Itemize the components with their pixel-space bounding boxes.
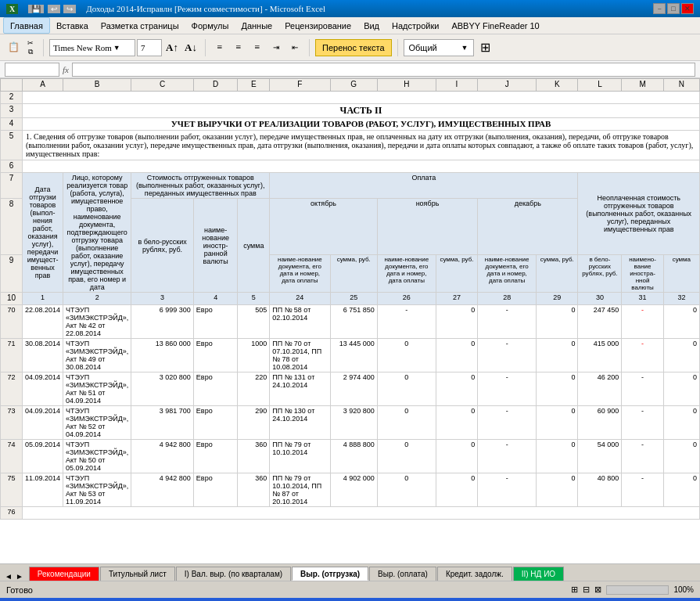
tab-val-kv[interactable]: I) Вал. выр. (по кварталам) bbox=[176, 567, 291, 581]
cell-73-dec-sum[interactable]: 0 bbox=[537, 406, 578, 440]
align-left-button[interactable]: ≡ bbox=[211, 39, 228, 56]
menu-page-layout[interactable]: Разметка страницы bbox=[95, 17, 185, 34]
conditional-format-button[interactable]: ⊞ bbox=[477, 39, 494, 56]
font-dropdown-icon[interactable]: ▼ bbox=[113, 44, 120, 52]
cell-71-oct-sum[interactable]: 13 445 000 bbox=[330, 339, 377, 372]
tab-nd-io[interactable]: II) НД ИО bbox=[513, 567, 564, 581]
cell-75-nov-doc[interactable]: 0 bbox=[377, 473, 436, 507]
cell-75-unpaid-sum[interactable]: 0 bbox=[663, 473, 699, 507]
cell-74-cur-amt[interactable]: 360 bbox=[238, 440, 270, 473]
maximize-button[interactable]: □ bbox=[667, 3, 680, 14]
cell-73-cur[interactable]: Евро bbox=[193, 406, 238, 440]
indent-button[interactable]: ⇥ bbox=[267, 39, 285, 56]
menu-addins[interactable]: Надстройки bbox=[386, 17, 445, 34]
cell-72-unpaid-sum[interactable]: 0 bbox=[663, 372, 699, 406]
quick-redo[interactable]: ↪ bbox=[63, 5, 76, 13]
increase-font-button[interactable]: A↑ bbox=[163, 39, 181, 56]
cell-70-cur-amt[interactable]: 505 bbox=[238, 305, 270, 339]
cell-5-note[interactable]: 1. Сведения об отгрузке товаров (выполне… bbox=[23, 131, 700, 160]
tab-title[interactable]: Титульный лист bbox=[100, 567, 175, 581]
cell-70-dec-sum[interactable]: 0 bbox=[537, 305, 578, 339]
cell-74-byr[interactable]: 4 942 800 bbox=[131, 440, 194, 473]
cell-73-dec-doc[interactable]: - bbox=[478, 406, 537, 440]
cell-72-dec-doc[interactable]: - bbox=[478, 372, 537, 406]
cell-74-oct-sum[interactable]: 4 888 800 bbox=[330, 440, 377, 473]
cell-75-byr[interactable]: 4 942 800 bbox=[131, 473, 194, 507]
view-break-icon[interactable]: ⊠ bbox=[594, 585, 601, 595]
cell-74-dec-sum[interactable]: 0 bbox=[537, 440, 578, 473]
decrease-font-button[interactable]: A↓ bbox=[182, 39, 199, 56]
font-name-box[interactable]: Times New Rom ▼ bbox=[49, 39, 135, 56]
cell-75-unpaid-cur[interactable]: - bbox=[622, 473, 663, 507]
cell-74-unpaid-cur[interactable]: - bbox=[622, 440, 663, 473]
col-l-header[interactable]: L bbox=[578, 79, 622, 92]
cell-75-cur-amt[interactable]: 360 bbox=[238, 473, 270, 507]
col-g-header[interactable]: G bbox=[330, 79, 377, 92]
quick-undo[interactable]: ↩ bbox=[48, 5, 60, 13]
cell-73-entity[interactable]: ЧТЭУП «ЗИМЭКСТРЭЙД», Акт № 52 от 04.09.2… bbox=[63, 406, 131, 440]
cell-73-nov-doc[interactable]: 0 bbox=[377, 406, 436, 440]
cell-71-unpaid-sum[interactable]: 0 bbox=[663, 339, 699, 372]
format-box[interactable]: Общий ▼ bbox=[404, 39, 474, 56]
cell-73-unpaid-sum[interactable]: 0 bbox=[663, 406, 699, 440]
wrap-text-button[interactable]: Перенос текста bbox=[315, 39, 392, 56]
col-h-header[interactable]: H bbox=[377, 79, 436, 92]
cell-74-nov-doc[interactable]: 0 bbox=[377, 440, 436, 473]
col-j-header[interactable]: J bbox=[478, 79, 537, 92]
cell-72-cur[interactable]: Евро bbox=[193, 372, 238, 406]
cell-70-byr[interactable]: 6 999 300 bbox=[131, 305, 194, 339]
menu-review[interactable]: Рецензирование bbox=[278, 17, 357, 34]
cell-72-cur-amt[interactable]: 220 bbox=[238, 372, 270, 406]
font-size-box[interactable]: 7 bbox=[137, 39, 162, 56]
cell-71-oct-doc[interactable]: ПП № 70 от 07.10.2014, ПП № 78 от 10.08.… bbox=[270, 339, 330, 372]
cell-72-dec-sum[interactable]: 0 bbox=[537, 372, 578, 406]
cell-70-cur[interactable]: Евро bbox=[193, 305, 238, 339]
cell-75-dec-sum[interactable]: 0 bbox=[537, 473, 578, 507]
cell-76-empty[interactable] bbox=[23, 507, 700, 520]
cell-73-oct-sum[interactable]: 3 920 800 bbox=[330, 406, 377, 440]
cell-74-cur[interactable]: Евро bbox=[193, 440, 238, 473]
cell-73-cur-amt[interactable]: 290 bbox=[238, 406, 270, 440]
cell-71-date[interactable]: 30.08.2014 bbox=[23, 339, 63, 372]
zoom-slider[interactable] bbox=[606, 585, 669, 595]
cell-71-dec-doc[interactable]: - bbox=[478, 339, 537, 372]
cell-70-entity[interactable]: ЧТЭУП «ЗИМЭКСТРЭЙД», Акт № 42 от 22.08.2… bbox=[63, 305, 131, 339]
cell-71-unpaid-byr[interactable]: 415 000 bbox=[578, 339, 622, 372]
cell-74-dec-doc[interactable]: - bbox=[478, 440, 537, 473]
col-c-header[interactable]: C bbox=[131, 79, 194, 92]
cell-72-oct-doc[interactable]: ПП № 131 от 24.10.2014 bbox=[270, 372, 330, 406]
tab-kredit[interactable]: Кредит. задолж. bbox=[437, 567, 512, 581]
view-layout-icon[interactable]: ⊟ bbox=[583, 585, 590, 595]
cell-75-oct-doc[interactable]: ПП № 79 от 10.10.2014, ПП № 87 от 20.10.… bbox=[270, 473, 330, 507]
menu-abbyy[interactable]: ABBYY FineReader 10 bbox=[445, 17, 545, 34]
cell-72-nov-doc[interactable]: 0 bbox=[377, 372, 436, 406]
tab-scroll-left[interactable]: ◄ bbox=[3, 572, 14, 581]
quick-save[interactable]: 💾 bbox=[28, 5, 44, 13]
tab-scroll-right[interactable]: ► bbox=[14, 572, 25, 581]
cell-70-date[interactable]: 22.08.2014 bbox=[23, 305, 63, 339]
cell-72-nov-sum[interactable]: 0 bbox=[436, 372, 477, 406]
cell-73-unpaid-cur[interactable]: - bbox=[622, 406, 663, 440]
cell-72-unpaid-cur[interactable]: - bbox=[622, 372, 663, 406]
cell-71-nov-doc[interactable]: 0 bbox=[377, 339, 436, 372]
col-k-header[interactable]: K bbox=[537, 79, 578, 92]
cell-74-date[interactable]: 05.09.2014 bbox=[23, 440, 63, 473]
col-e-header[interactable]: E bbox=[238, 79, 270, 92]
cell-3-part[interactable]: ЧАСТЬ II bbox=[23, 104, 700, 118]
cell-70-oct-sum[interactable]: 6 751 850 bbox=[330, 305, 377, 339]
menu-insert[interactable]: Вставка bbox=[50, 17, 95, 34]
cell-4-title[interactable]: УЧЕТ ВЫРУЧКИ ОТ РЕАЛИЗАЦИИ ТОВАРОВ (РАБО… bbox=[23, 118, 700, 131]
cell-74-unpaid-byr[interactable]: 54 000 bbox=[578, 440, 622, 473]
cell-71-cur-amt[interactable]: 1000 bbox=[238, 339, 270, 372]
menu-formulas[interactable]: Формулы bbox=[185, 17, 235, 34]
menu-view[interactable]: Вид bbox=[357, 17, 386, 34]
col-n-header[interactable]: N bbox=[663, 79, 699, 92]
close-button[interactable]: ✕ bbox=[681, 3, 694, 14]
paste-button[interactable]: 📋 bbox=[5, 39, 22, 56]
col-b-header[interactable]: B bbox=[63, 79, 131, 92]
cell-72-byr[interactable]: 3 020 800 bbox=[131, 372, 194, 406]
cell-72-date[interactable]: 04.09.2014 bbox=[23, 372, 63, 406]
menu-data[interactable]: Данные bbox=[235, 17, 278, 34]
col-a-header[interactable]: A bbox=[23, 79, 63, 92]
cell-74-oct-doc[interactable]: ПП № 79 от 10.10.2014 bbox=[270, 440, 330, 473]
